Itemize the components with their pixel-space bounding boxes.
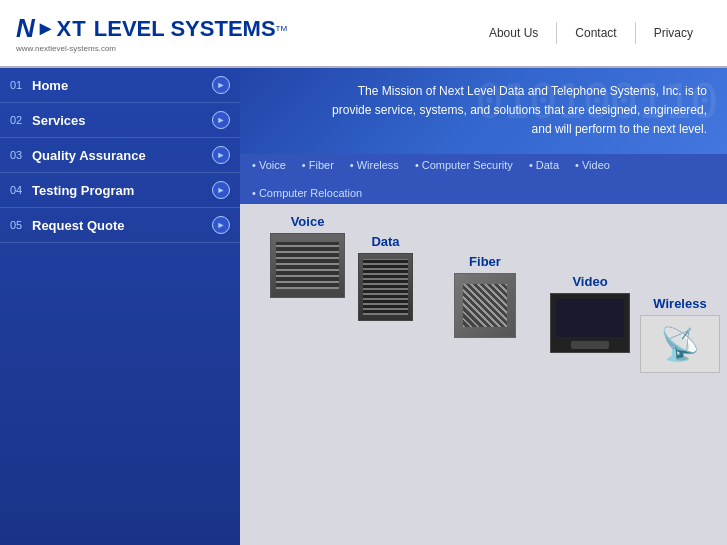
- main-layout: 01 Home ► 02 Services ► 03 Quality Assur…: [0, 68, 727, 545]
- bullet-computer-security: • Computer Security: [415, 159, 513, 171]
- logo-area: N ► XT LEVEL SYSTEMS TM www.nextlevel-sy…: [16, 13, 471, 53]
- sidebar-item-testing[interactable]: 04 Testing Program ►: [0, 173, 240, 208]
- logo-subtitle: www.nextlevel-systems.com: [16, 44, 471, 53]
- service-image-wireless: [640, 315, 720, 373]
- service-data: Data: [358, 234, 413, 321]
- service-voice: Voice: [270, 214, 345, 298]
- sidebar-label-testing: Testing Program: [32, 183, 212, 198]
- bullet-bar: • Voice • Fiber • Wireless • Computer Se…: [240, 154, 727, 204]
- sidebar-arrow-icon-4: ►: [212, 181, 230, 199]
- top-banner: 010100110 The Mission of Next Level Data…: [240, 68, 727, 154]
- top-nav: About Us Contact Privacy: [471, 22, 711, 44]
- sidebar-arrow-icon-1: ►: [212, 76, 230, 94]
- bullet-video: • Video: [575, 159, 610, 171]
- service-fiber: Fiber: [454, 254, 516, 338]
- service-label-video: Video: [572, 274, 607, 289]
- bullet-computer-relocation: • Computer Relocation: [252, 187, 362, 199]
- service-image-data: [358, 253, 413, 321]
- sidebar-arrow-icon-2: ►: [212, 111, 230, 129]
- service-image-fiber: [454, 273, 516, 338]
- sidebar-item-quality[interactable]: 03 Quality Assurance ►: [0, 138, 240, 173]
- sidebar-num-5: 05: [10, 219, 32, 231]
- bullet-wireless: • Wireless: [350, 159, 399, 171]
- sidebar-arrow-icon-5: ►: [212, 216, 230, 234]
- service-label-data: Data: [371, 234, 399, 249]
- service-image-video: [550, 293, 630, 353]
- bullet-voice: • Voice: [252, 159, 286, 171]
- sidebar-num-1: 01: [10, 79, 32, 91]
- header: N ► XT LEVEL SYSTEMS TM www.nextlevel-sy…: [0, 0, 727, 68]
- logo-level: LEVEL: [94, 16, 171, 42]
- sidebar-num-3: 03: [10, 149, 32, 161]
- content-area: 010100110 The Mission of Next Level Data…: [240, 68, 727, 545]
- nav-contact[interactable]: Contact: [557, 22, 635, 44]
- logo-n: N: [16, 13, 35, 44]
- logo-tm: TM: [276, 24, 288, 33]
- sidebar-item-services[interactable]: 02 Services ►: [0, 103, 240, 138]
- service-image-voice: [270, 233, 345, 298]
- logo: N ► XT LEVEL SYSTEMS TM: [16, 13, 471, 44]
- bullet-fiber: • Fiber: [302, 159, 334, 171]
- nav-privacy[interactable]: Privacy: [636, 22, 711, 44]
- sidebar: 01 Home ► 02 Services ► 03 Quality Assur…: [0, 68, 240, 545]
- sidebar-label-quote: Request Quote: [32, 218, 212, 233]
- logo-rest: XT: [57, 16, 94, 42]
- sidebar-arrow-icon-3: ►: [212, 146, 230, 164]
- logo-systems: SYSTEMS: [170, 16, 275, 42]
- service-video: Video: [550, 274, 630, 353]
- sidebar-num-4: 04: [10, 184, 32, 196]
- sidebar-num-2: 02: [10, 114, 32, 126]
- services-area: Voice Data Fiber Video Wireless: [240, 204, 727, 545]
- mission-text: The Mission of Next Level Data and Telep…: [327, 82, 707, 140]
- service-label-fiber: Fiber: [469, 254, 501, 269]
- sidebar-label-services: Services: [32, 113, 212, 128]
- service-label-wireless: Wireless: [653, 296, 706, 311]
- service-wireless: Wireless: [640, 296, 720, 373]
- bullet-data: • Data: [529, 159, 559, 171]
- sidebar-label-home: Home: [32, 78, 212, 93]
- sidebar-label-quality: Quality Assurance: [32, 148, 212, 163]
- sidebar-item-quote[interactable]: 05 Request Quote ►: [0, 208, 240, 243]
- nav-about[interactable]: About Us: [471, 22, 557, 44]
- logo-arrow-icon: ►: [36, 17, 56, 40]
- service-label-voice: Voice: [291, 214, 325, 229]
- sidebar-item-home[interactable]: 01 Home ►: [0, 68, 240, 103]
